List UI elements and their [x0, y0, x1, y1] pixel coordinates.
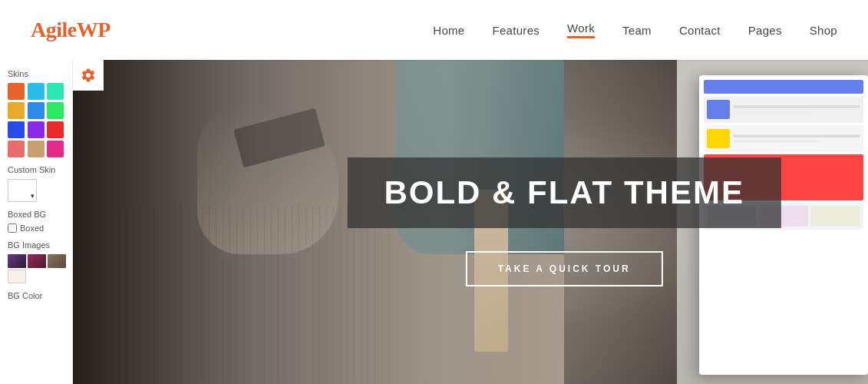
skins-grid — [8, 83, 64, 157]
nav-work[interactable]: Work — [567, 22, 595, 38]
skin-panel: Skins Custom Skin ▾ Boxed BG Boxed — [0, 60, 73, 384]
color-arrow-icon: ▾ — [31, 192, 35, 200]
swatch-pink[interactable] — [47, 141, 64, 157]
bg-thumb-plain[interactable] — [8, 270, 26, 283]
panel-toggle-button[interactable] — [73, 60, 104, 91]
main-nav: Home Features Work Team Contact Pages Sh… — [433, 22, 837, 38]
bg-thumb-1[interactable] — [8, 254, 26, 268]
boxed-label: Boxed — [20, 223, 44, 233]
swatch-teal[interactable] — [47, 83, 64, 100]
boxed-checkbox-row: Boxed — [8, 223, 64, 233]
bg-thumb-2[interactable] — [28, 254, 46, 268]
screen-item-1 — [704, 96, 863, 123]
hero-headline: BOLD & FLAT THEME — [384, 174, 744, 211]
headline-box: BOLD & FLAT THEME — [347, 157, 781, 228]
hero-text-container: BOLD & FLAT THEME TAKE A QUICK TOUR — [347, 157, 781, 286]
bg-images-label: BG Images — [8, 240, 64, 250]
hero-background: BOLD & FLAT THEME TAKE A QUICK TOUR — [0, 60, 868, 384]
nav-contact[interactable]: Contact — [679, 24, 721, 37]
hero-section: BOLD & FLAT THEME TAKE A QUICK TOUR — [0, 60, 868, 384]
logo[interactable]: AgileWP — [31, 18, 111, 42]
nav-shop[interactable]: Shop — [810, 24, 837, 37]
bg-images-section: BG Images — [8, 240, 64, 283]
swatch-red[interactable] — [47, 121, 64, 138]
swatch-tan[interactable] — [28, 141, 45, 157]
swatch-purple[interactable] — [28, 121, 45, 138]
gear-icon — [81, 68, 96, 83]
bg-images-grid — [8, 254, 64, 283]
nav-team[interactable]: Team — [622, 24, 652, 37]
custom-skin-label: Custom Skin — [8, 165, 64, 174]
swatch-salmon[interactable] — [8, 141, 25, 157]
hero-cta-button[interactable]: TAKE A QUICK TOUR — [466, 251, 663, 286]
logo-accent: WP — [77, 18, 111, 41]
swatch-navy[interactable] — [8, 121, 25, 138]
swatch-yellow[interactable] — [8, 102, 25, 119]
swatch-orange[interactable] — [8, 83, 25, 100]
nav-home[interactable]: Home — [433, 24, 464, 37]
nav-features[interactable]: Features — [492, 24, 540, 37]
screen-header-bar — [704, 80, 863, 94]
custom-skin-section: Custom Skin ▾ — [8, 165, 64, 202]
site-header: AgileWP Home Features Work Team Contact … — [0, 0, 868, 60]
swatch-green[interactable] — [47, 102, 64, 119]
boxed-checkbox[interactable] — [8, 223, 17, 233]
swatch-cyan[interactable] — [28, 83, 45, 100]
boxed-bg-label: Boxed BG — [8, 210, 64, 219]
screen-item-2 — [704, 125, 863, 152]
logo-text-dark: Agile — [31, 18, 77, 41]
swatch-blue[interactable] — [28, 102, 45, 119]
bg-thumb-3[interactable] — [48, 254, 66, 268]
skins-section: Skins — [8, 69, 64, 157]
bg-color-label: BG Color — [8, 291, 64, 300]
custom-skin-picker[interactable]: ▾ — [8, 179, 37, 202]
nav-pages[interactable]: Pages — [748, 24, 782, 37]
skins-label: Skins — [8, 69, 64, 78]
bg-color-section: BG Color — [8, 291, 64, 300]
boxed-bg-section: Boxed BG Boxed — [8, 210, 64, 233]
